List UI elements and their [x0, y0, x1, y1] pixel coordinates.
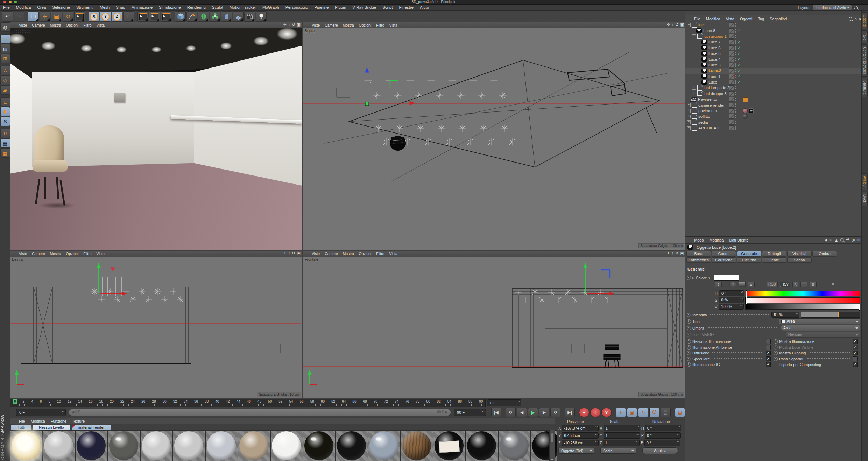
object-row-luci[interactable]: −luci: [685, 22, 862, 28]
object-name[interactable]: pavimento: [698, 109, 717, 113]
position-y-field[interactable]: 6.453 cm: [562, 432, 599, 439]
scroll-down-icon[interactable]: ▼: [550, 459, 555, 461]
viewport-front[interactable]: VisteCamereMostraOpzioniFiltroVista ✛↕↺▣…: [303, 251, 686, 398]
visibility-dots-icon[interactable]: [735, 92, 736, 95]
viewport-right[interactable]: VisteCamereMostraOpzioniFiltroVista ✛↕↺▣…: [10, 251, 302, 398]
scale-mode-dropdown[interactable]: Scala: [600, 448, 636, 454]
object-name[interactable]: Luce.2: [708, 69, 721, 73]
viewport-menu-item-vista[interactable]: Vista: [94, 252, 107, 256]
anim-dot-icon[interactable]: [687, 345, 691, 350]
visibility-dots-icon[interactable]: [735, 63, 736, 67]
key-position-toggle[interactable]: ✛: [616, 408, 626, 417]
expand-icon[interactable]: +: [687, 126, 691, 130]
checkbox[interactable]: ✔: [853, 345, 858, 350]
redo-button[interactable]: ↷: [14, 11, 24, 22]
current-frame-field[interactable]: 0 F: [487, 399, 521, 406]
menu-item-finestre[interactable]: Finestre: [396, 5, 417, 10]
object-manager-menu-item-tag[interactable]: Tag: [755, 17, 767, 21]
layer-toggle-icon[interactable]: [729, 68, 734, 73]
layer-toggle-icon[interactable]: [729, 103, 734, 108]
visibility-dots-icon[interactable]: [735, 80, 736, 84]
zoom-view-icon[interactable]: ↕: [288, 22, 290, 27]
zoom-view-icon[interactable]: ↕: [672, 251, 674, 255]
visibility-dots-icon[interactable]: [735, 121, 736, 124]
visibility-dots-icon[interactable]: [735, 29, 736, 33]
side-tab-content-browser[interactable]: Content Browser: [862, 44, 868, 77]
material-menu-item-file[interactable]: File: [16, 419, 28, 423]
visibility-dots-icon[interactable]: [735, 35, 736, 38]
panel-grip-icon[interactable]: [12, 252, 16, 256]
back-arrow-icon[interactable]: ◀: [824, 238, 827, 242]
slider-cursor[interactable]: [859, 304, 860, 311]
object-name[interactable]: Luce: [708, 80, 717, 84]
channel-gradient-slider[interactable]: [745, 297, 860, 303]
keyframe-selection-button[interactable]: ?: [601, 408, 612, 417]
object-row-luci-gruppo-1[interactable]: −luci gruppo 1: [685, 34, 862, 39]
viewport-menu-item-filtro[interactable]: Filtro: [374, 252, 387, 256]
object-row-sedia[interactable]: +sedia: [685, 120, 862, 125]
viewport-menu-item-vista[interactable]: Vista: [387, 23, 400, 27]
material-thumbnail[interactable]: [303, 430, 336, 461]
layer-toggle-icon[interactable]: [729, 80, 734, 85]
menu-item-selezione[interactable]: Selezione: [49, 5, 73, 10]
checkbox[interactable]: ✔: [766, 351, 771, 355]
expand-icon[interactable]: +: [687, 103, 691, 107]
material-tab-tutti[interactable]: Tutti: [11, 425, 31, 431]
chevron-down-icon[interactable]: ▾: [708, 276, 710, 280]
motion-clip-button[interactable]: ▤: [675, 408, 685, 417]
search-icon[interactable]: [854, 6, 858, 9]
material-thumbnail[interactable]: [270, 430, 303, 461]
layer-toggle-icon[interactable]: [729, 114, 734, 119]
snap-toggle[interactable]: S: [0, 117, 10, 126]
layer-toggle-icon[interactable]: [729, 34, 734, 39]
viewport-menu-item-mostra[interactable]: Mostra: [48, 23, 64, 27]
object-row-pavimento[interactable]: Pavimento: [685, 96, 862, 102]
light-object-icon[interactable]: [696, 28, 702, 33]
visibility-dots-icon[interactable]: [735, 46, 736, 50]
checkbox[interactable]: ✔: [853, 362, 858, 367]
material-thumbnail[interactable]: [466, 430, 498, 461]
layer-toggle-icon[interactable]: [729, 120, 734, 125]
material-thumbnail[interactable]: [368, 430, 401, 461]
menu-item-mesh[interactable]: Mesh: [97, 5, 113, 10]
key-pla-toggle[interactable]: ⣿: [661, 408, 671, 417]
locked-workplane[interactable]: ▦: [0, 138, 10, 148]
key-scale-toggle[interactable]: ▣: [627, 408, 637, 417]
enabled-check-icon[interactable]: ✓: [738, 40, 742, 44]
layer-toggle-icon[interactable]: [729, 28, 734, 33]
panel-grip-icon[interactable]: [304, 23, 309, 27]
layer-toggle-icon[interactable]: [729, 108, 734, 113]
viewport-menu-item-viste[interactable]: Viste: [309, 23, 322, 27]
object-name[interactable]: luci lampade 2: [704, 86, 729, 90]
previous-frame-button[interactable]: ◀: [517, 408, 527, 417]
side-tab-livelli[interactable]: Livelli: [862, 192, 868, 206]
visibility-dots-icon[interactable]: [735, 86, 736, 89]
panel-grip-icon[interactable]: [304, 252, 309, 256]
render-tag-icon[interactable]: [743, 97, 748, 102]
luce-visibile-dropdown[interactable]: Nessuno: [786, 332, 860, 338]
rotation-h-field[interactable]: 0 °: [645, 425, 681, 431]
scroll-up-icon[interactable]: ▲: [550, 430, 555, 433]
layer-toggle-icon[interactable]: [729, 97, 734, 102]
swatches-icon[interactable]: ▦: [810, 282, 817, 287]
target-icon[interactable]: ◎: [852, 238, 855, 242]
tab-lente[interactable]: Lente: [762, 257, 786, 263]
visibility-dots-icon[interactable]: [735, 69, 736, 72]
tab-disturbo[interactable]: Disturbo: [737, 257, 761, 263]
object-row-luce-7[interactable]: Luce.7✓: [685, 39, 862, 45]
side-tab-take[interactable]: Take: [862, 30, 868, 43]
object-name[interactable]: Luce.6: [708, 46, 721, 50]
key-parameter-toggle[interactable]: Ⓟ: [649, 408, 659, 417]
panel-grip-icon[interactable]: [686, 17, 691, 21]
object-row-pavimento[interactable]: +pavimento❋: [685, 108, 862, 114]
menu-item-snap[interactable]: Snap: [113, 5, 128, 10]
add-camera-object[interactable]: [244, 11, 255, 22]
layer-toggle-icon[interactable]: [729, 51, 734, 56]
play-button[interactable]: ▶: [528, 408, 538, 417]
viewport-menu-item-opzioni[interactable]: Opzioni: [357, 252, 374, 256]
rotation-p-field[interactable]: 0 °: [645, 432, 681, 439]
material-thumbnail[interactable]: [108, 430, 140, 461]
viewport-menu-item-mostra[interactable]: Mostra: [340, 23, 357, 27]
add-cube-object[interactable]: [175, 11, 186, 22]
add-mograph-cloner[interactable]: [210, 11, 220, 22]
